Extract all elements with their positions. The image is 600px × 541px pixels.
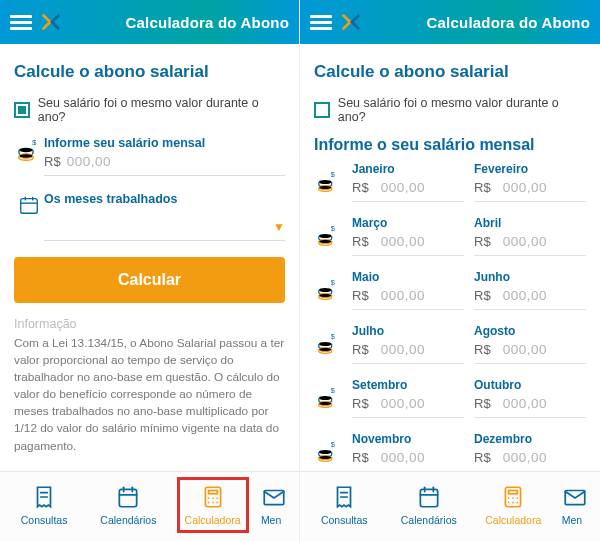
- month-label: Setembro: [352, 378, 464, 392]
- app-logo: [40, 11, 62, 33]
- svg-text:$: $: [32, 138, 37, 147]
- month-input-abril[interactable]: AbrilR$000,00: [474, 216, 586, 256]
- checkbox-icon[interactable]: [14, 102, 30, 118]
- month-input-fevereiro[interactable]: FevereiroR$000,00: [474, 162, 586, 202]
- month-value: 000,00: [381, 234, 425, 249]
- month-label: Janeiro: [352, 162, 464, 176]
- svg-text:$: $: [331, 441, 335, 449]
- currency-prefix: R$: [44, 154, 61, 169]
- nav-mensagens[interactable]: Men: [562, 484, 592, 526]
- month-input-janeiro[interactable]: JaneiroR$000,00: [352, 162, 464, 202]
- svg-point-38: [319, 450, 332, 454]
- checkbox-label: Seu salário foi o mesmo valor durante o …: [338, 96, 586, 124]
- svg-point-27: [319, 239, 332, 243]
- checkbox-icon[interactable]: [314, 102, 330, 118]
- nav-consultas[interactable]: Consultas: [308, 484, 380, 526]
- nav-calculadora[interactable]: Calculadora: [177, 477, 249, 533]
- month-value: 000,00: [503, 234, 547, 249]
- app-logo: [340, 11, 362, 33]
- svg-text:$: $: [331, 387, 335, 395]
- salary-field-label: Informe seu salário mensal: [44, 136, 285, 150]
- svg-point-29: [319, 288, 332, 292]
- nav-calendarios[interactable]: Calendários: [393, 484, 465, 526]
- coins-icon: $: [314, 270, 342, 310]
- menu-icon[interactable]: [310, 12, 332, 33]
- month-label: Dezembro: [474, 432, 586, 446]
- month-input-setembro[interactable]: SetembroR$000,00: [352, 378, 464, 418]
- svg-rect-47: [509, 490, 518, 493]
- info-heading: Informação: [14, 317, 285, 331]
- svg-point-24: [319, 185, 332, 189]
- svg-point-35: [319, 396, 332, 400]
- checkbox-label: Seu salário foi o mesmo valor durante o …: [38, 96, 285, 124]
- month-input-novembro[interactable]: NovembroR$000,00: [352, 432, 464, 471]
- svg-point-23: [319, 180, 332, 184]
- receipt-icon: [331, 484, 357, 510]
- month-input-dezembro[interactable]: DezembroR$000,00: [474, 432, 586, 471]
- receipt-icon: [31, 484, 57, 510]
- svg-point-36: [319, 401, 332, 405]
- calendar-icon: [14, 192, 44, 216]
- svg-text:$: $: [331, 225, 335, 233]
- month-input-março[interactable]: MarçoR$000,00: [352, 216, 464, 256]
- svg-text:$: $: [331, 171, 335, 179]
- svg-point-39: [319, 455, 332, 459]
- nav-calculadora[interactable]: Calculadora: [477, 484, 549, 526]
- month-input-maio[interactable]: MaioR$000,00: [352, 270, 464, 310]
- months-select[interactable]: ▼: [44, 210, 285, 241]
- month-label: Maio: [352, 270, 464, 284]
- salary-input[interactable]: R$ 000,00: [44, 154, 285, 176]
- svg-rect-42: [420, 489, 437, 506]
- month-value: 000,00: [381, 288, 425, 303]
- month-value: 000,00: [381, 180, 425, 195]
- calendar-nav-icon: [416, 484, 442, 510]
- coins-icon: $: [314, 216, 342, 256]
- calendar-nav-icon: [115, 484, 141, 510]
- month-value: 000,00: [503, 180, 547, 195]
- coins-icon: $: [314, 378, 342, 418]
- same-salary-checkbox-row[interactable]: Seu salário foi o mesmo valor durante o …: [14, 96, 285, 124]
- screenshot-right: Calculadora do Abono Calcule o abono sal…: [300, 0, 600, 541]
- salary-icon: $: [14, 136, 44, 162]
- header-title: Calculadora do Abono: [68, 14, 289, 31]
- month-label: Outubro: [474, 378, 586, 392]
- month-label: Junho: [474, 270, 586, 284]
- page-title: Calcule o abono salarial: [14, 62, 285, 82]
- month-label: Março: [352, 216, 464, 230]
- month-input-junho[interactable]: JunhoR$000,00: [474, 270, 586, 310]
- monthly-salary-heading: Informe o seu salário mensal: [314, 136, 586, 154]
- month-value: 000,00: [503, 396, 547, 411]
- month-label: Agosto: [474, 324, 586, 338]
- svg-point-32: [319, 342, 332, 346]
- month-value: 000,00: [503, 342, 547, 357]
- coins-icon: $: [314, 162, 342, 202]
- calculator-icon: [500, 484, 526, 510]
- month-input-outubro[interactable]: OutubroR$000,00: [474, 378, 586, 418]
- svg-point-33: [319, 347, 332, 351]
- svg-point-2: [19, 154, 33, 158]
- month-input-julho[interactable]: JulhoR$000,00: [352, 324, 464, 364]
- svg-point-1: [19, 148, 33, 152]
- nav-mensagens[interactable]: Men: [261, 484, 291, 526]
- nav-consultas[interactable]: Consultas: [8, 484, 80, 526]
- mail-icon: [562, 484, 588, 510]
- svg-text:$: $: [331, 279, 335, 287]
- app-header: Calculadora do Abono: [300, 0, 600, 44]
- calculator-icon: [200, 484, 226, 510]
- menu-icon[interactable]: [10, 12, 32, 33]
- month-label: Abril: [474, 216, 586, 230]
- same-salary-checkbox-row[interactable]: Seu salário foi o mesmo valor durante o …: [314, 96, 586, 124]
- svg-point-26: [319, 234, 332, 238]
- nav-calendarios[interactable]: Calendários: [92, 484, 164, 526]
- month-label: Novembro: [352, 432, 464, 446]
- page-title: Calcule o abono salarial: [314, 62, 586, 82]
- svg-rect-14: [208, 490, 217, 493]
- svg-rect-9: [120, 489, 137, 506]
- month-input-agosto[interactable]: AgostoR$000,00: [474, 324, 586, 364]
- calculate-button[interactable]: Calcular: [14, 257, 285, 303]
- svg-text:$: $: [331, 333, 335, 341]
- month-grid: $JaneiroR$000,00FevereiroR$000,00$MarçoR…: [314, 162, 586, 471]
- bottom-nav: Consultas Calendários Calculadora Men: [300, 471, 600, 541]
- month-value: 000,00: [503, 450, 547, 465]
- month-value: 000,00: [381, 342, 425, 357]
